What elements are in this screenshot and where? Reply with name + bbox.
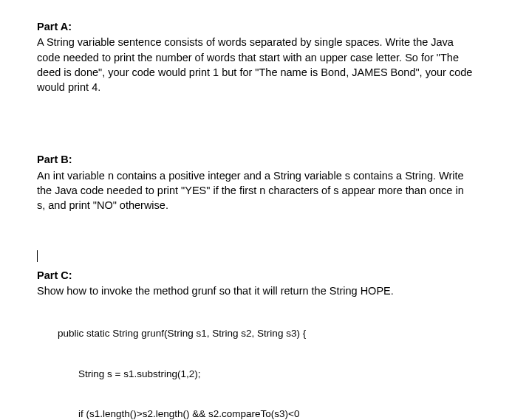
part-a-heading: Part A: bbox=[37, 19, 475, 34]
text-cursor bbox=[37, 250, 475, 268]
part-c-intro: Show how to invoke the method grunf so t… bbox=[37, 283, 475, 298]
part-c-block: Part C: Show how to invoke the method gr… bbox=[37, 268, 475, 420]
code-line: if (s1.length()>s2.length() && s2.compar… bbox=[37, 407, 475, 420]
part-b-block: Part B: An int variable n contains a pos… bbox=[37, 152, 475, 213]
part-b-text: An int variable n contains a positive in… bbox=[37, 168, 475, 213]
part-c-heading: Part C: bbox=[37, 268, 475, 283]
part-b-heading: Part B: bbox=[37, 152, 475, 167]
code-line: String s = s1.substring(1,2); bbox=[37, 368, 475, 381]
part-a-text: A String variable sentence consists of w… bbox=[37, 35, 475, 94]
code-line: public static String grunf(String s1, St… bbox=[37, 327, 475, 340]
part-c-code: public static String grunf(String s1, St… bbox=[37, 300, 475, 420]
part-a-block: Part A: A String variable sentence consi… bbox=[37, 19, 475, 94]
